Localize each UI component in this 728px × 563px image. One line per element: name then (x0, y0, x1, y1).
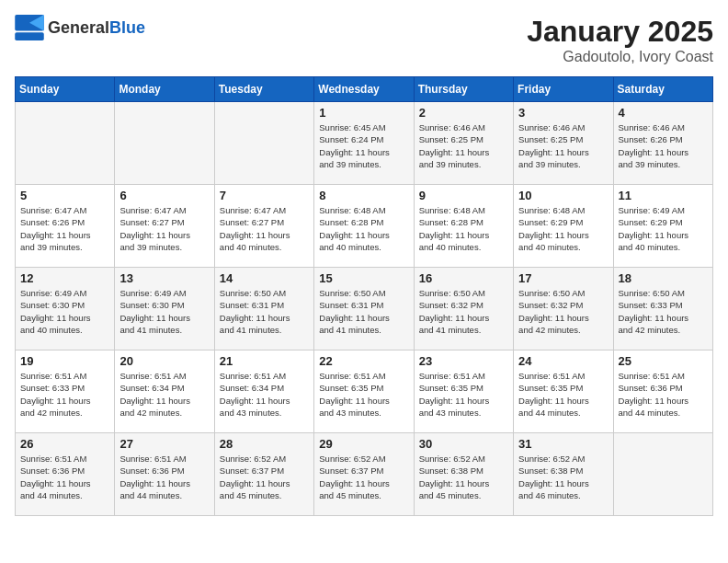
day-number: 7 (220, 189, 309, 202)
day-number: 15 (319, 271, 408, 285)
day-info: Sunrise: 6:51 AM Sunset: 6:36 PM Dayligh… (20, 453, 109, 501)
week-row-1: 1Sunrise: 6:45 AM Sunset: 6:24 PM Daylig… (16, 102, 713, 185)
day-info: Sunrise: 6:51 AM Sunset: 6:35 PM Dayligh… (518, 370, 608, 419)
day-info: Sunrise: 6:50 AM Sunset: 6:31 PM Dayligh… (319, 287, 408, 336)
calendar-cell: 1Sunrise: 6:45 AM Sunset: 6:24 PM Daylig… (314, 102, 414, 185)
day-number: 14 (220, 271, 309, 285)
day-info: Sunrise: 6:51 AM Sunset: 6:34 PM Dayligh… (220, 370, 309, 419)
calendar-cell: 29Sunrise: 6:52 AM Sunset: 6:37 PM Dayli… (314, 433, 414, 516)
day-info: Sunrise: 6:51 AM Sunset: 6:33 PM Dayligh… (20, 370, 109, 419)
day-number: 5 (20, 189, 109, 202)
day-number: 20 (119, 354, 209, 368)
day-info: Sunrise: 6:45 AM Sunset: 6:24 PM Dayligh… (319, 121, 408, 170)
calendar-cell: 16Sunrise: 6:50 AM Sunset: 6:32 PM Dayli… (414, 268, 513, 350)
day-number: 24 (518, 354, 608, 368)
calendar-cell: 10Sunrise: 6:48 AM Sunset: 6:29 PM Dayli… (514, 185, 613, 268)
calendar-cell: 23Sunrise: 6:51 AM Sunset: 6:35 PM Dayli… (414, 350, 513, 433)
calendar-cell: 31Sunrise: 6:52 AM Sunset: 6:38 PM Dayli… (514, 433, 613, 516)
calendar-cell (613, 433, 712, 516)
day-number: 12 (20, 271, 109, 285)
calendar-cell: 8Sunrise: 6:48 AM Sunset: 6:28 PM Daylig… (314, 185, 414, 268)
weekday-header-friday: Friday (514, 77, 613, 102)
day-info: Sunrise: 6:47 AM Sunset: 6:27 PM Dayligh… (119, 204, 209, 253)
day-info: Sunrise: 6:50 AM Sunset: 6:31 PM Dayligh… (220, 287, 309, 336)
calendar-cell: 14Sunrise: 6:50 AM Sunset: 6:31 PM Dayli… (214, 268, 313, 350)
calendar-cell: 27Sunrise: 6:51 AM Sunset: 6:36 PM Dayli… (115, 433, 214, 516)
weekday-header-saturday: Saturday (613, 77, 712, 102)
calendar-cell: 2Sunrise: 6:46 AM Sunset: 6:25 PM Daylig… (414, 102, 513, 185)
calendar-cell: 11Sunrise: 6:49 AM Sunset: 6:29 PM Dayli… (613, 185, 712, 268)
day-number: 26 (20, 437, 109, 451)
day-number: 4 (619, 106, 708, 120)
day-number: 22 (319, 354, 408, 368)
day-info: Sunrise: 6:46 AM Sunset: 6:26 PM Dayligh… (619, 121, 708, 170)
calendar-cell: 28Sunrise: 6:52 AM Sunset: 6:37 PM Dayli… (214, 433, 313, 516)
logo-blue: Blue (109, 18, 145, 37)
calendar-cell (16, 102, 115, 185)
weekday-header-row: SundayMondayTuesdayWednesdayThursdayFrid… (16, 77, 713, 102)
day-number: 1 (319, 106, 408, 120)
month-year-title: January 2025 (527, 15, 713, 49)
logo-icon (15, 15, 44, 40)
day-number: 21 (220, 354, 309, 368)
day-info: Sunrise: 6:50 AM Sunset: 6:32 PM Dayligh… (419, 287, 508, 336)
calendar-cell: 4Sunrise: 6:46 AM Sunset: 6:26 PM Daylig… (613, 102, 712, 185)
svg-rect-2 (15, 32, 44, 40)
day-info: Sunrise: 6:48 AM Sunset: 6:28 PM Dayligh… (319, 204, 408, 253)
day-info: Sunrise: 6:46 AM Sunset: 6:25 PM Dayligh… (419, 121, 508, 170)
calendar-cell: 12Sunrise: 6:49 AM Sunset: 6:30 PM Dayli… (16, 268, 115, 350)
day-number: 8 (319, 189, 408, 202)
logo: GeneralBlue (15, 15, 145, 40)
day-number: 17 (518, 271, 608, 285)
day-info: Sunrise: 6:48 AM Sunset: 6:29 PM Dayligh… (518, 204, 608, 253)
day-number: 25 (619, 354, 708, 368)
calendar-cell (115, 102, 214, 185)
day-number: 9 (419, 189, 508, 202)
calendar-cell: 13Sunrise: 6:49 AM Sunset: 6:30 PM Dayli… (115, 268, 214, 350)
calendar-cell: 25Sunrise: 6:51 AM Sunset: 6:36 PM Dayli… (613, 350, 712, 433)
calendar-table: SundayMondayTuesdayWednesdayThursdayFrid… (15, 76, 713, 516)
day-info: Sunrise: 6:51 AM Sunset: 6:36 PM Dayligh… (119, 453, 209, 501)
day-info: Sunrise: 6:51 AM Sunset: 6:35 PM Dayligh… (319, 370, 408, 419)
day-info: Sunrise: 6:47 AM Sunset: 6:27 PM Dayligh… (220, 204, 309, 253)
day-info: Sunrise: 6:52 AM Sunset: 6:37 PM Dayligh… (220, 453, 309, 501)
calendar-cell: 20Sunrise: 6:51 AM Sunset: 6:34 PM Dayli… (115, 350, 214, 433)
calendar-cell: 5Sunrise: 6:47 AM Sunset: 6:26 PM Daylig… (16, 185, 115, 268)
day-info: Sunrise: 6:50 AM Sunset: 6:32 PM Dayligh… (518, 287, 608, 336)
week-row-4: 19Sunrise: 6:51 AM Sunset: 6:33 PM Dayli… (16, 350, 713, 433)
weekday-header-sunday: Sunday (16, 77, 115, 102)
weekday-header-tuesday: Tuesday (214, 77, 313, 102)
calendar-cell: 30Sunrise: 6:52 AM Sunset: 6:38 PM Dayli… (414, 433, 513, 516)
day-info: Sunrise: 6:52 AM Sunset: 6:38 PM Dayligh… (518, 453, 608, 501)
day-number: 11 (619, 189, 708, 202)
logo-general: General (48, 18, 109, 37)
day-number: 27 (119, 437, 209, 451)
logo-text: GeneralBlue (48, 18, 145, 38)
calendar-cell: 9Sunrise: 6:48 AM Sunset: 6:28 PM Daylig… (414, 185, 513, 268)
day-number: 10 (518, 189, 608, 202)
day-number: 30 (419, 437, 508, 451)
location-subtitle: Gadoutolo, Ivory Coast (527, 49, 713, 65)
calendar-cell: 21Sunrise: 6:51 AM Sunset: 6:34 PM Dayli… (214, 350, 313, 433)
day-number: 6 (119, 189, 209, 202)
day-number: 13 (119, 271, 209, 285)
day-info: Sunrise: 6:50 AM Sunset: 6:33 PM Dayligh… (619, 287, 708, 336)
day-number: 31 (518, 437, 608, 451)
day-number: 2 (419, 106, 508, 120)
day-info: Sunrise: 6:52 AM Sunset: 6:38 PM Dayligh… (419, 453, 508, 501)
day-info: Sunrise: 6:47 AM Sunset: 6:26 PM Dayligh… (20, 204, 109, 253)
calendar-cell: 7Sunrise: 6:47 AM Sunset: 6:27 PM Daylig… (214, 185, 313, 268)
week-row-2: 5Sunrise: 6:47 AM Sunset: 6:26 PM Daylig… (16, 185, 713, 268)
day-info: Sunrise: 6:51 AM Sunset: 6:34 PM Dayligh… (119, 370, 209, 419)
day-number: 19 (20, 354, 109, 368)
day-number: 16 (419, 271, 508, 285)
calendar-cell: 18Sunrise: 6:50 AM Sunset: 6:33 PM Dayli… (613, 268, 712, 350)
day-number: 3 (518, 106, 608, 120)
calendar-cell: 19Sunrise: 6:51 AM Sunset: 6:33 PM Dayli… (16, 350, 115, 433)
day-number: 29 (319, 437, 408, 451)
weekday-header-monday: Monday (115, 77, 214, 102)
weekday-header-thursday: Thursday (414, 77, 513, 102)
day-info: Sunrise: 6:48 AM Sunset: 6:28 PM Dayligh… (419, 204, 508, 253)
day-info: Sunrise: 6:49 AM Sunset: 6:29 PM Dayligh… (619, 204, 708, 253)
header: GeneralBlue January 2025 Gadoutolo, Ivor… (15, 15, 713, 65)
